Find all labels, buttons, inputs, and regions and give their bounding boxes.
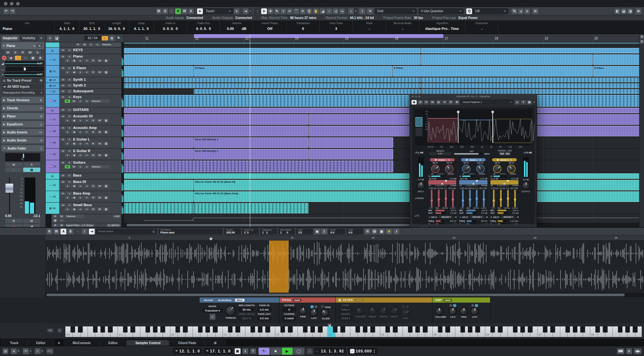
record-enable-button[interactable]: ●: [65, 196, 70, 199]
auto-quantize-button[interactable]: AQ: [46, 348, 53, 354]
info-field-snap[interactable]: Snap4. 1. 1. 0: [129, 21, 154, 34]
editor-field-tempo[interactable]: Tempo105.00: [224, 228, 241, 234]
band-sc-freq-row[interactable]: FREQ4.22 kHz: [490, 220, 518, 222]
plugin-snapshot-icon[interactable]: ▣: [527, 100, 532, 105]
lanes-icon[interactable]: ▥: [103, 142, 109, 145]
lane-e-guitar-r[interactable]: Error 394 Melody 1: [124, 149, 639, 160]
add-track-button[interactable]: +: [47, 35, 53, 41]
info-field-value[interactable]: 20. 1. 1. 0: [80, 27, 104, 31]
monitor-button[interactable]: ◀: [71, 142, 77, 145]
track-row-piano[interactable]: 〰11msPiano●◀e∞RW▥: [46, 54, 124, 66]
edit-channel-button[interactable]: e: [78, 130, 83, 134]
audio-quantize-icon[interactable]: e: [524, 8, 530, 14]
plugin-window-dots[interactable]: [412, 96, 420, 97]
audio-event[interactable]: [421, 48, 639, 53]
input-routing-icon[interactable]: ↳: [34, 50, 41, 55]
info-field-value[interactable]: 4. 1. 1. 0: [55, 27, 79, 31]
black-key[interactable]: [123, 326, 128, 333]
snap-zero-icon[interactable]: ⋮: [255, 8, 260, 14]
mute-button[interactable]: m: [60, 84, 66, 87]
undo-icon[interactable]: ↶: [3, 8, 9, 14]
black-key[interactable]: [153, 326, 157, 333]
solo-button[interactable]: s: [67, 174, 72, 177]
audio-event[interactable]: [124, 43, 639, 47]
editor-file-field[interactable]: File NamePiano.wav: [158, 228, 223, 234]
info-field-value[interactable]: 4. 1. 1. 0: [129, 27, 154, 31]
band-out-row[interactable]: OUT5.0 dB: [459, 212, 487, 214]
lane-keys[interactable]: [124, 95, 639, 107]
left-zone-icon[interactable]: ◧: [614, 8, 620, 14]
track-home-icon[interactable]: ⌂: [102, 36, 108, 41]
audio-event[interactable]: HALion Sonic SE 01-02 (Bass DI): [194, 180, 421, 190]
solo-button[interactable]: s: [67, 95, 72, 99]
param-link-control[interactable]: PARAM. LINKABSREL: [492, 150, 518, 155]
lower-zone-setup-icon[interactable]: ⚙: [205, 340, 225, 346]
black-key[interactable]: [146, 326, 150, 333]
solo-button[interactable]: s: [67, 203, 72, 207]
audio-event[interactable]: E Piano: [593, 66, 639, 77]
automation-l-button[interactable]: L: [169, 8, 175, 14]
black-key[interactable]: [633, 326, 637, 333]
pan-handle[interactable]: [23, 154, 24, 158]
mute-button[interactable]: m: [60, 174, 66, 177]
thresh-knob[interactable]: [225, 306, 236, 316]
cycle-region[interactable]: [194, 34, 443, 38]
solo-button[interactable]: s: [67, 180, 72, 184]
band-out-row[interactable]: OUT6.0 dB: [490, 212, 518, 214]
solo-button[interactable]: s: [67, 66, 72, 70]
read-button[interactable]: R: [90, 153, 96, 157]
midi-event[interactable]: [421, 83, 639, 88]
band-sc-freq-row[interactable]: FREQ329 Hz: [428, 220, 456, 222]
audio-event[interactable]: [309, 149, 393, 160]
mute-button[interactable]: m: [60, 203, 66, 207]
align-icon[interactable]: ⊫: [533, 8, 538, 14]
lane-parameter[interactable]: Volume: [90, 165, 110, 169]
lane-o-button[interactable]: o: [95, 43, 100, 46]
midi-event[interactable]: [124, 160, 393, 172]
comp-tool-icon[interactable]: ◗: [348, 8, 354, 14]
arrange-horizontal-scrollbar[interactable]: [124, 223, 639, 227]
mute-button[interactable]: m: [60, 55, 66, 58]
record-enable-button[interactable]: ●: [65, 207, 70, 211]
bottom-tab-editor[interactable]: Editor: [27, 340, 54, 346]
audio-event[interactable]: [124, 108, 421, 113]
tool-mode-dropdown[interactable]: Touch▼: [204, 8, 233, 14]
glide-knob[interactable]: [321, 309, 329, 317]
edit-channel-button[interactable]: e: [78, 207, 83, 211]
monitor-button[interactable]: ◀: [71, 184, 77, 188]
record-enable-button[interactable]: ●: [65, 130, 70, 134]
slider-handle[interactable]: [462, 199, 464, 202]
info-field-value[interactable]: 0.00 dB: [220, 27, 253, 31]
editor-b-button[interactable]: B: [68, 229, 73, 234]
band-slider[interactable]: [445, 190, 447, 207]
solo-button[interactable]: s: [67, 192, 72, 195]
monitor-button[interactable]: ◀: [71, 59, 77, 62]
black-key[interactable]: [100, 326, 105, 333]
spectrum-mode-thumbs[interactable]: [415, 117, 422, 136]
lanes-icon[interactable]: ▥: [52, 219, 58, 222]
lane-synth-2[interactable]: [124, 83, 639, 89]
black-key[interactable]: [183, 326, 187, 333]
track-row-lane[interactable]: RWeoVolume: [46, 42, 124, 48]
editor-r-button[interactable]: R: [46, 229, 52, 234]
mute-button[interactable]: m: [60, 95, 66, 99]
read-button[interactable]: R: [90, 59, 96, 62]
black-key[interactable]: [618, 326, 622, 333]
black-key[interactable]: [370, 326, 375, 333]
info-field-value[interactable]: 0: [287, 27, 319, 31]
mute-button[interactable]: m: [60, 161, 66, 164]
slice-selection[interactable]: [269, 241, 289, 293]
quantize-q-icon[interactable]: Q: [466, 8, 472, 14]
use-track-preset-button[interactable]: ◪: [54, 35, 60, 41]
fade-out-field[interactable]: 0.0 ms: [257, 316, 271, 321]
maximize-window-icon[interactable]: [16, 2, 20, 5]
grid-type-dropdown[interactable]: Grid▼: [375, 8, 417, 14]
mute-button[interactable]: m: [60, 149, 66, 153]
redo-icon[interactable]: ↷: [10, 8, 15, 14]
band-2-header[interactable]: ◉BAND 2S: [461, 158, 486, 161]
slider-handle[interactable]: [493, 199, 495, 202]
mute-button[interactable]: m: [60, 180, 66, 184]
cycle-button[interactable]: ↻: [259, 348, 270, 355]
tempo-display[interactable]: ♪ 105.000 ▲▼: [348, 348, 377, 354]
stop-button[interactable]: ■: [270, 348, 281, 355]
